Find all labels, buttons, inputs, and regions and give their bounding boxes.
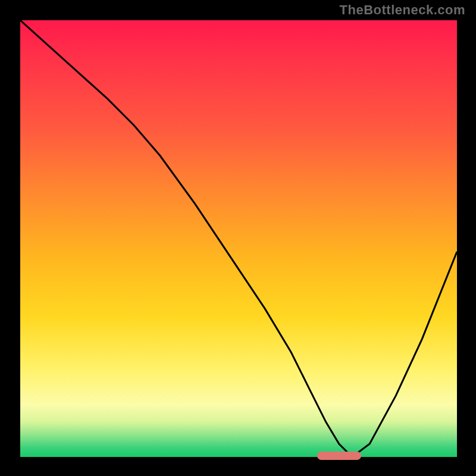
chart-frame: TheBottleneck.com [0, 0, 476, 476]
bottleneck-curve [20, 20, 457, 457]
curve-path [20, 20, 457, 457]
plot-area [20, 20, 457, 457]
watermark-text: TheBottleneck.com [340, 2, 465, 18]
optimal-range-marker [317, 452, 361, 460]
